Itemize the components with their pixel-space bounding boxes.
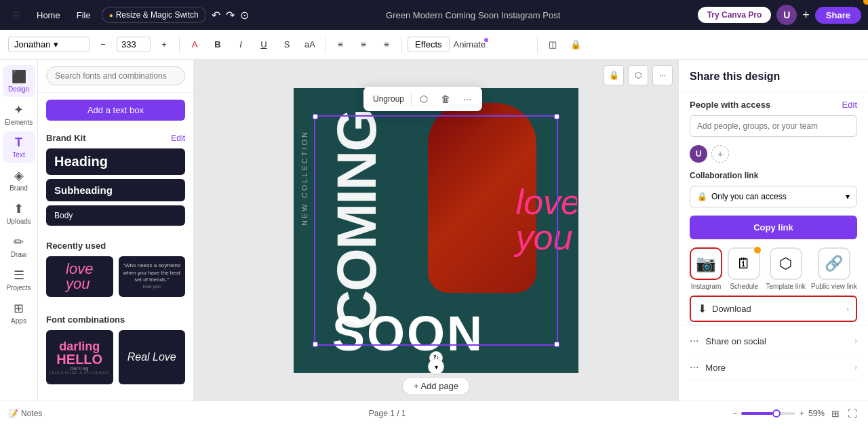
copy-element-button[interactable]: ⬡ — [414, 89, 433, 108]
zoom-out-button[interactable]: − — [732, 409, 737, 418]
sidebar-item-text[interactable]: T Text — [3, 131, 35, 163]
hide-pages-button[interactable]: ▾ — [428, 359, 444, 375]
menu-button[interactable]: ☰ — [7, 5, 26, 24]
copy-canvas-button[interactable]: ⬡ — [628, 65, 648, 85]
align-right-button[interactable]: ≡ — [377, 35, 396, 54]
view-buttons: ⊞ ⛶ — [829, 407, 860, 420]
file-button[interactable]: File — [71, 7, 96, 23]
grid-view-button[interactable]: ⊞ — [829, 407, 842, 420]
apps-icon: ⊞ — [14, 301, 24, 316]
zoom-value: 59% — [808, 409, 825, 418]
notes-button[interactable]: 📝 Notes — [8, 409, 42, 418]
ungroup-button[interactable]: Ungroup — [369, 92, 408, 106]
sidebar-item-uploads[interactable]: ⬆ Uploads — [3, 197, 35, 229]
sep-1 — [179, 37, 180, 53]
sidebar-item-brand[interactable]: ◈ Brand — [3, 164, 35, 196]
transparency-button[interactable]: ◫ — [543, 35, 562, 54]
sidebar-item-draw[interactable]: ✏ Draw — [3, 230, 35, 262]
share-social-item[interactable]: ··· Share on social › — [690, 328, 857, 355]
redo-button[interactable]: ↷ — [226, 9, 235, 22]
bold-button[interactable]: B — [208, 35, 227, 54]
schedule-share-option[interactable]: 🗓 Schedule — [728, 247, 760, 290]
font-selector[interactable]: Jonathan ▾ — [8, 37, 90, 52]
position-button[interactable]: Position — [490, 37, 532, 52]
people-input[interactable] — [690, 115, 857, 137]
schedule-label: Schedule — [730, 283, 758, 290]
page-info: Page 1 / 1 — [369, 409, 406, 418]
copy-link-button[interactable]: Copy link — [690, 216, 857, 239]
add-textbox-button[interactable]: Add a text box — [46, 100, 185, 121]
love-you-preview[interactable]: loveyou — [46, 256, 113, 297]
share-options-row: 📷 Instagram 🗓 Schedule ⬡ Template link — [679, 247, 868, 296]
search-box — [38, 60, 193, 93]
activity-button[interactable]: ⊙ — [240, 9, 249, 22]
share-social-chevron-icon: › — [854, 336, 857, 346]
uploads-icon: ⬆ — [14, 201, 24, 216]
align-left-button[interactable]: ≡ — [331, 35, 350, 54]
animate-button[interactable]: Animate — [454, 39, 486, 49]
resize-dot: ● — [109, 12, 113, 19]
more-left: ··· More — [690, 361, 726, 373]
recently-used-row: loveyou "Who needs a boyfriend when you … — [46, 256, 185, 297]
lock-button[interactable]: 🔒 — [566, 35, 585, 54]
real-love-combo[interactable]: Real Love — [119, 330, 186, 384]
canvas-wrapper: NEW COLLECTION COMING SOON loveyou — [294, 88, 578, 373]
heading-item[interactable]: Heading — [46, 148, 185, 175]
share-panel-header: Share this design — [679, 60, 868, 92]
more-item[interactable]: ··· More › — [690, 355, 857, 381]
italic-button[interactable]: I — [231, 35, 250, 54]
sidebar-item-elements[interactable]: ✦ Elements — [3, 98, 35, 130]
sep-3 — [401, 37, 402, 53]
zoom-controls: − + 59% ⊞ ⛶ — [732, 407, 860, 420]
align-center-button[interactable]: ≡ — [354, 35, 373, 54]
edit-brand-link[interactable]: Edit — [171, 134, 185, 143]
subheading-item[interactable]: Subheading — [46, 179, 185, 201]
font-size-increase[interactable]: + — [155, 35, 174, 54]
body-item[interactable]: Body — [46, 205, 185, 226]
fullscreen-button[interactable]: ⛶ — [845, 407, 860, 420]
zoom-slider-thumb[interactable] — [772, 409, 781, 418]
add-page-button[interactable]: + Add page — [402, 377, 470, 395]
try-canva-button[interactable]: Try Canva Pro — [698, 7, 772, 23]
more-label: More — [705, 363, 726, 373]
invite-plus-button[interactable]: + — [802, 8, 810, 22]
canvas-controls: 🔒 ⬡ ··· — [604, 65, 673, 85]
strikethrough-button[interactable]: S — [277, 35, 296, 54]
case-button[interactable]: aA — [300, 35, 319, 54]
underline-button[interactable]: U — [254, 35, 273, 54]
zoom-in-button[interactable]: + — [800, 409, 804, 418]
quote-preview[interactable]: "Who needs a boyfriend when you have the… — [119, 256, 186, 297]
template-link-option[interactable]: ⬡ Template link — [766, 247, 806, 290]
color-button[interactable]: A — [185, 35, 204, 54]
access-dropdown[interactable]: 🔒 Only you can access ▾ — [690, 186, 857, 207]
sidebar-item-design[interactable]: ⬛ Design — [3, 65, 35, 97]
share-button[interactable]: Share — [815, 7, 861, 24]
more-element-button[interactable]: ··· — [458, 89, 477, 108]
zoom-slider-track[interactable] — [741, 412, 795, 415]
lock-canvas-button[interactable]: 🔒 — [604, 65, 624, 85]
edit-access-link[interactable]: Edit — [842, 100, 857, 110]
font-size-decrease[interactable]: − — [94, 35, 113, 54]
quote-text: "Who needs a boyfriend when you have the… — [119, 260, 186, 294]
user-avatar-small: U — [690, 145, 707, 163]
hello-darling-combo[interactable]: darling HELLO darling FEELS PURE & AUTHE… — [46, 330, 113, 384]
undo-button[interactable]: ↶ — [212, 9, 220, 22]
home-button[interactable]: Home — [31, 7, 66, 23]
design-canvas[interactable]: NEW COLLECTION COMING SOON loveyou — [294, 88, 578, 373]
add-person-button[interactable]: + — [711, 145, 729, 163]
download-chevron-icon: › — [846, 304, 849, 314]
download-label: Download — [712, 304, 751, 314]
more-canvas-button[interactable]: ··· — [652, 65, 673, 85]
public-view-option[interactable]: 🔗 Public view link — [811, 247, 857, 290]
search-input[interactable] — [46, 66, 185, 85]
delete-element-button[interactable]: 🗑 — [436, 89, 455, 108]
hello-subtitle: darling — [49, 366, 110, 371]
sidebar-item-apps[interactable]: ⊞ Apps — [3, 297, 35, 329]
brand-kit-header: Brand Kit Edit — [46, 133, 185, 143]
resize-magic-button[interactable]: ● Resize & Magic Switch — [102, 7, 206, 23]
avatar[interactable]: U — [776, 5, 797, 25]
effects-button[interactable]: Effects — [408, 37, 450, 52]
sidebar-item-projects[interactable]: ☰ Projects — [3, 264, 35, 296]
download-row[interactable]: ⬇ Download › — [690, 296, 857, 322]
instagram-share-option[interactable]: 📷 Instagram — [690, 247, 722, 290]
